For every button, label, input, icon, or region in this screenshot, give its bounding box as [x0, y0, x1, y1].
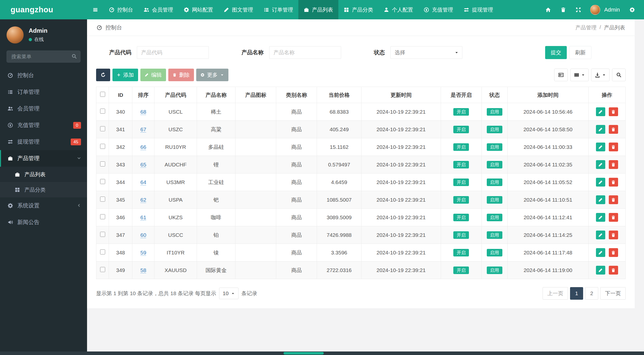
row-checkbox[interactable] [100, 179, 105, 184]
row-edit-button[interactable] [596, 266, 605, 275]
add-button[interactable]: 添加 [112, 69, 138, 81]
table-search-button[interactable] [612, 69, 626, 81]
column-header[interactable]: 当前价格 [317, 87, 361, 103]
table-refresh-button[interactable] [96, 69, 110, 81]
column-header[interactable]: 产品名称 [197, 87, 235, 103]
delete-button[interactable]: 删除 [168, 69, 194, 81]
submit-button[interactable]: 提交 [545, 46, 567, 59]
sort-link[interactable]: 67 [140, 126, 146, 132]
page-size-select[interactable]: 10 [219, 288, 238, 299]
row-delete-button[interactable] [609, 107, 618, 116]
column-header[interactable]: 类别名称 [276, 87, 317, 103]
product-name-input[interactable] [269, 46, 341, 59]
sort-link[interactable]: 61 [140, 214, 146, 220]
sort-link[interactable]: 59 [140, 250, 146, 256]
status-badge[interactable]: 启用 [487, 126, 502, 133]
status-badge[interactable]: 启用 [487, 143, 502, 151]
pagination-next[interactable]: 下一页 [600, 287, 626, 300]
nav-item-product-category[interactable]: 产品分类 [338, 0, 378, 19]
sort-link[interactable]: 58 [140, 267, 146, 273]
row-delete-button[interactable] [609, 125, 618, 134]
enabled-badge[interactable]: 开启 [453, 214, 469, 221]
enabled-badge[interactable]: 开启 [453, 161, 469, 168]
status-badge[interactable]: 启用 [487, 231, 502, 239]
enabled-badge[interactable]: 开启 [453, 249, 469, 256]
row-delete-button[interactable] [609, 160, 618, 169]
column-header[interactable]: 产品图标 [235, 87, 276, 103]
sidebar-item-system-settings[interactable]: 系统设置 [0, 197, 87, 214]
row-delete-button[interactable] [609, 178, 618, 187]
status-badge[interactable]: 启用 [487, 249, 502, 256]
row-checkbox[interactable] [100, 109, 105, 114]
menu-search-input[interactable] [7, 51, 80, 63]
edit-button[interactable]: 编辑 [140, 69, 166, 81]
sort-link[interactable]: 65 [140, 162, 146, 168]
status-badge[interactable]: 启用 [487, 196, 502, 204]
nav-item-members[interactable]: 会员管理 [138, 0, 178, 19]
column-header[interactable]: 状态 [481, 87, 507, 103]
status-badge[interactable]: 启用 [487, 179, 502, 186]
avatar[interactable] [7, 26, 24, 43]
enabled-badge[interactable]: 开启 [453, 179, 469, 186]
status-select[interactable]: 选择 [390, 46, 462, 59]
sidebar-item-console[interactable]: 控制台 [0, 67, 87, 84]
product-code-input[interactable] [137, 46, 209, 59]
row-edit-button[interactable] [596, 143, 605, 151]
row-edit-button[interactable] [596, 178, 605, 187]
row-edit-button[interactable] [596, 160, 605, 169]
sort-link[interactable]: 68 [140, 109, 146, 115]
nav-item-withdraw[interactable]: 提现管理 [458, 0, 498, 19]
sort-link[interactable]: 62 [140, 197, 146, 203]
menu-search-button[interactable] [71, 54, 77, 60]
row-delete-button[interactable] [609, 248, 618, 257]
column-header[interactable]: 操作 [588, 87, 625, 103]
row-edit-button[interactable] [596, 125, 605, 134]
enabled-badge[interactable]: 开启 [453, 108, 469, 116]
row-edit-button[interactable] [596, 107, 605, 116]
sidebar-item-product-list[interactable]: 产品列表 [0, 167, 87, 182]
sidebar-toggle-button[interactable] [87, 0, 104, 19]
enabled-badge[interactable]: 开启 [453, 196, 469, 204]
column-header[interactable]: ID [109, 87, 132, 103]
sidebar-item-news[interactable]: 新闻公告 [0, 214, 87, 231]
home-button[interactable] [541, 0, 555, 19]
settings-button[interactable] [625, 0, 639, 19]
columns-button[interactable] [570, 69, 589, 81]
refresh-button[interactable]: 刷新 [569, 46, 591, 59]
breadcrumb-home[interactable]: 控制台 [105, 24, 122, 31]
status-badge[interactable]: 启用 [487, 108, 502, 116]
nav-item-recharge[interactable]: 充值管理 [418, 0, 458, 19]
row-checkbox[interactable] [100, 249, 105, 254]
row-edit-button[interactable] [596, 248, 605, 257]
row-delete-button[interactable] [609, 195, 618, 204]
pagination-prev[interactable]: 上一页 [543, 287, 568, 300]
nav-item-site-config[interactable]: 网站配置 [178, 0, 218, 19]
row-checkbox[interactable] [100, 232, 105, 237]
row-delete-button[interactable] [609, 213, 618, 222]
row-checkbox[interactable] [100, 144, 105, 149]
horizontal-scrollbar-thumb[interactable] [284, 352, 324, 354]
sidebar-item-product-management[interactable]: 产品管理 [0, 150, 87, 167]
column-header[interactable]: 产品代码 [154, 87, 197, 103]
row-delete-button[interactable] [609, 231, 618, 239]
pagination-page-2[interactable]: 2 [585, 287, 598, 300]
row-checkbox[interactable] [100, 161, 105, 166]
select-all-checkbox[interactable] [100, 92, 105, 97]
navbar-username[interactable]: Admin [604, 7, 620, 13]
status-badge[interactable]: 启用 [487, 214, 502, 221]
export-button[interactable] [591, 69, 610, 81]
column-header[interactable]: 是否开启 [441, 87, 481, 103]
sort-link[interactable]: 66 [140, 144, 146, 150]
row-checkbox[interactable] [100, 214, 105, 219]
fullscreen-button[interactable] [572, 0, 585, 19]
clear-cache-button[interactable] [556, 0, 570, 19]
row-delete-button[interactable] [609, 143, 618, 151]
breadcrumb-parent[interactable]: 产品管理 [575, 24, 596, 31]
row-delete-button[interactable] [609, 266, 618, 275]
more-button[interactable]: 更多 [196, 69, 228, 81]
nav-item-orders[interactable]: 订单管理 [258, 0, 298, 19]
sidebar-item-withdraw[interactable]: 提现管理45 [0, 134, 87, 150]
row-checkbox[interactable] [100, 126, 105, 131]
column-header[interactable]: 添加时间 [507, 87, 588, 103]
row-edit-button[interactable] [596, 195, 605, 204]
